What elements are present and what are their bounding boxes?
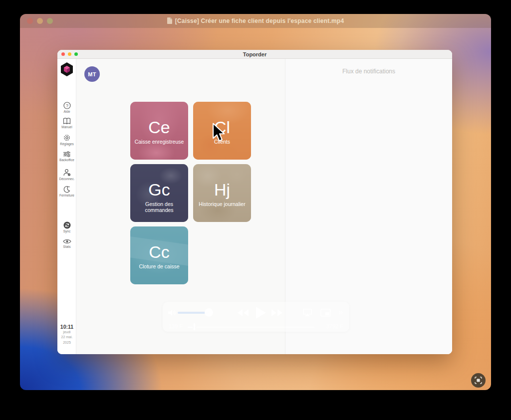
sidebar-item-stats[interactable]: Stats [57,238,76,248]
pip-icon[interactable] [320,309,331,317]
tile-caisse-enregistreuse[interactable]: Ce Caisse enregistreuse [130,102,188,160]
frame-counter-total: 3792 F [326,323,343,329]
avatar[interactable]: MT [84,66,100,82]
user-badge-icon [63,169,71,177]
tile-historique-journalier[interactable]: Hj Historique journalier [193,164,251,222]
sidebar-item-deconnexion[interactable]: Déconnec. [57,169,76,181]
clock-time: 10:11 [57,324,76,330]
mouse-cursor [212,123,227,143]
eye-icon [63,238,71,244]
playback-controls[interactable]: » 139 F 3792 F [163,302,349,332]
video-player-window: [Caisse] Créer une fiche client depuis l… [20,14,491,390]
notifications-title: Flux de notifications [285,68,452,75]
svg-text:?: ? [65,103,68,108]
sidebar: ? Aide Manuel Réglages Backoffice Déconn… [57,59,76,354]
volume-knob[interactable] [205,308,213,317]
frame-counter-current: 139 F [169,323,183,329]
tile-cloture-de-caisse[interactable]: Cc Cloture de caisse [130,226,188,284]
sidebar-item-manuel[interactable]: Manuel [57,118,76,129]
clock-weekday: jeudi [57,330,76,335]
moon-icon [63,186,71,193]
help-circle-icon: ? [63,102,71,109]
sidebar-item-backoffice[interactable]: Backoffice [57,151,76,162]
volume-icon[interactable] [168,309,177,317]
timeline-played [188,327,193,328]
document-icon [167,17,173,24]
sidebar-clock: 10:11 jeudi 22 mai. 2025 [57,324,76,346]
more-chevrons-icon[interactable]: » [338,307,343,317]
volume-slider[interactable] [178,312,209,314]
playhead[interactable] [194,323,195,330]
sidebar-item-reglages[interactable]: Réglages [57,134,76,146]
sync-icon [63,221,71,229]
app-titlebar[interactable]: Toporder [57,50,452,59]
player-titlebar[interactable]: [Caisse] Créer une fiche client depuis l… [20,14,491,28]
clock-date: 22 mai. [57,335,76,340]
toporder-logo-icon[interactable] [60,62,74,79]
play-icon[interactable] [255,306,266,320]
book-icon [63,118,71,125]
screenshot-icon [475,377,482,384]
player-title: [Caisse] Créer une fiche client depuis l… [20,17,491,24]
sidebar-item-aide[interactable]: ? Aide [57,102,76,113]
app-window-title: Toporder [57,51,452,57]
rewind-icon[interactable] [237,308,250,317]
sidebar-item-sync[interactable]: Sync [57,221,76,233]
sliders-icon [63,151,71,158]
timeline-remaining [197,327,314,328]
screen-capture-button[interactable] [471,373,486,388]
airplay-icon[interactable] [302,309,312,317]
timeline[interactable]: 139 F 3792 F [163,322,349,332]
tile-gestion-des-commandes[interactable]: Gc Gestion des commandes [130,164,188,222]
clock-year: 2025 [57,340,76,346]
fast-forward-icon[interactable] [270,308,283,317]
sidebar-item-fermeture[interactable]: Fermeture [57,186,76,197]
gear-icon [63,134,71,142]
